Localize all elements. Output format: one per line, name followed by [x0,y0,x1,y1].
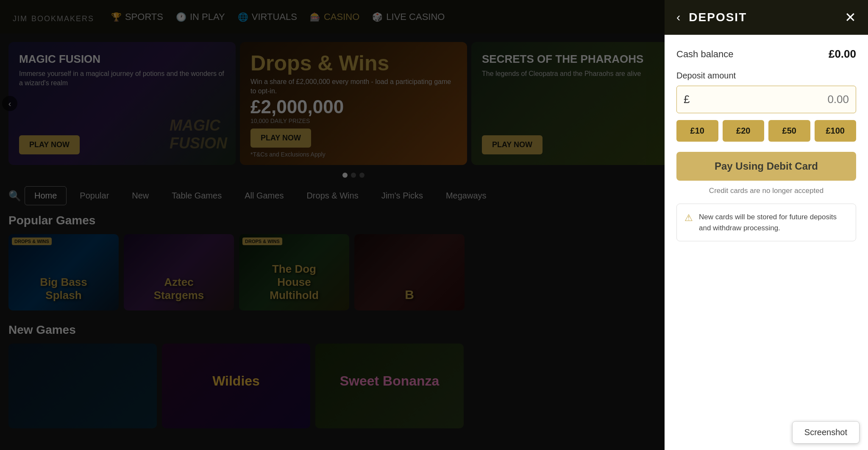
cash-balance-amount: £0.00 [829,48,856,61]
quick-amount-100[interactable]: £100 [815,120,857,142]
quick-amounts: £10 £20 £50 £100 [676,120,856,142]
cash-balance-row: Cash balance £0.00 [676,48,856,61]
modal-header: ‹ Deposit ✕ [665,0,868,35]
credit-card-note: Credit cards are no longer accepted [676,187,856,195]
warning-icon: ⚠ [684,212,693,224]
screenshot-button[interactable]: Screenshot [792,421,860,444]
quick-amount-50[interactable]: £50 [768,120,810,142]
quick-amount-10[interactable]: £10 [676,120,718,142]
info-box: ⚠ New cards will be stored for future de… [676,204,856,241]
deposit-modal: ‹ Deposit ✕ Cash balance £0.00 Deposit a… [665,0,868,450]
modal-body: Cash balance £0.00 Deposit amount £ £10 … [665,35,868,450]
modal-close-button[interactable]: ✕ [845,9,856,25]
deposit-amount-label: Deposit amount [676,71,856,81]
quick-amount-20[interactable]: £20 [723,120,765,142]
modal-back-button[interactable]: ‹ [676,11,680,24]
deposit-input-wrapper: £ [676,86,856,113]
pay-button[interactable]: Pay Using Debit Card [676,152,856,181]
currency-symbol: £ [684,93,690,106]
modal-title: Deposit [689,11,836,24]
deposit-input[interactable] [693,86,849,113]
info-message: New cards will be stored for future depo… [699,212,848,233]
cash-balance-label: Cash balance [676,49,734,60]
